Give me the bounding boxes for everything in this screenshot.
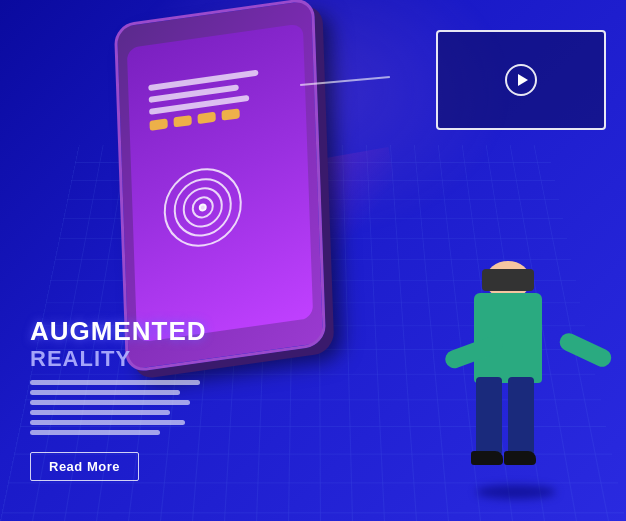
desc-line-6 <box>30 430 160 435</box>
person-body <box>474 293 542 383</box>
desc-line-3 <box>30 400 190 405</box>
person-character <box>446 261 566 491</box>
phone-ui-lines <box>148 67 280 141</box>
phone-ui-line <box>148 70 258 91</box>
main-scene: AUGMENTED REALITY Read More <box>0 0 626 521</box>
phone-screen <box>127 23 313 342</box>
phone-ui-dot <box>173 115 191 127</box>
person-shoe-left <box>471 451 503 465</box>
title-augmented: AUGMENTED <box>30 317 230 346</box>
target-icon <box>161 162 244 253</box>
desc-line-5 <box>30 420 185 425</box>
play-icon <box>518 74 528 86</box>
person-leg-left <box>476 377 502 457</box>
person-shoe-right <box>504 451 536 465</box>
person-leg-right <box>508 377 534 457</box>
phone-ui-dot <box>221 108 239 120</box>
desc-line-1 <box>30 380 200 385</box>
phone-ui-dot <box>197 112 215 124</box>
phone-ui-dot <box>149 118 167 130</box>
desc-line-4 <box>30 410 170 415</box>
read-more-button[interactable]: Read More <box>30 452 139 481</box>
video-panel <box>436 30 606 130</box>
person-arm-right <box>443 333 506 370</box>
title-reality: REALITY <box>30 346 230 372</box>
description-lines <box>30 380 210 435</box>
vr-headset <box>482 269 534 291</box>
video-play-button[interactable] <box>505 64 537 96</box>
text-section: AUGMENTED REALITY Read More <box>30 317 230 481</box>
desc-line-2 <box>30 390 180 395</box>
